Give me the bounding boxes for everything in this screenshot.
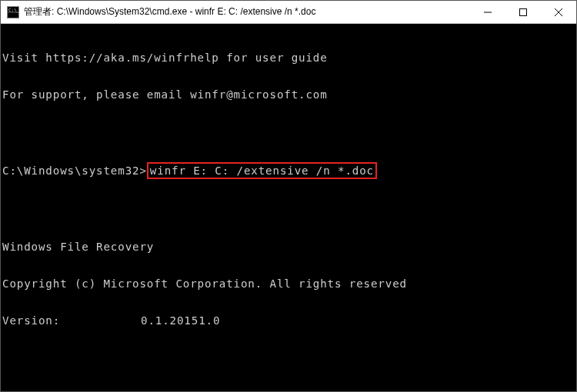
cmd-window: 管理者: C:\Windows\System32\cmd.exe - winfr… <box>0 0 577 392</box>
highlighted-command: winfr E: C: /extensive /n *.doc <box>147 162 377 179</box>
blank-line <box>2 125 575 138</box>
blank-line <box>2 204 575 216</box>
copyright: Copyright (c) Microsoft Corporation. All… <box>2 277 575 290</box>
window-title: 管理者: C:\Windows\System32\cmd.exe - winfr… <box>24 5 470 18</box>
version-label: Version: <box>2 314 141 327</box>
output-line: Visit https://aka.ms/winfrhelp for user … <box>2 51 575 64</box>
close-icon <box>555 8 562 16</box>
svg-rect-1 <box>520 8 527 15</box>
maximize-icon <box>519 8 527 16</box>
output-line: For support, please email winfr@microsof… <box>2 88 575 101</box>
minimize-button[interactable] <box>470 1 505 23</box>
prompt-path: C:\Windows\system32> <box>2 164 147 177</box>
version-row: Version:0.1.20151.0 <box>2 314 575 327</box>
terminal-body[interactable]: Visit https://aka.ms/winfrhelp for user … <box>1 24 576 391</box>
version-value: 0.1.20151.0 <box>141 314 220 327</box>
close-button[interactable] <box>541 1 576 23</box>
minimize-icon <box>484 8 492 16</box>
window-controls <box>470 1 576 23</box>
blank-line <box>2 351 575 364</box>
prompt-line: C:\Windows\system32>winfr E: C: /extensi… <box>2 162 575 179</box>
app-name: Windows File Recovery <box>2 241 575 253</box>
cmd-icon <box>7 6 19 18</box>
maximize-button[interactable] <box>505 1 541 23</box>
blank-line <box>2 388 575 391</box>
titlebar[interactable]: 管理者: C:\Windows\System32\cmd.exe - winfr… <box>1 1 576 24</box>
